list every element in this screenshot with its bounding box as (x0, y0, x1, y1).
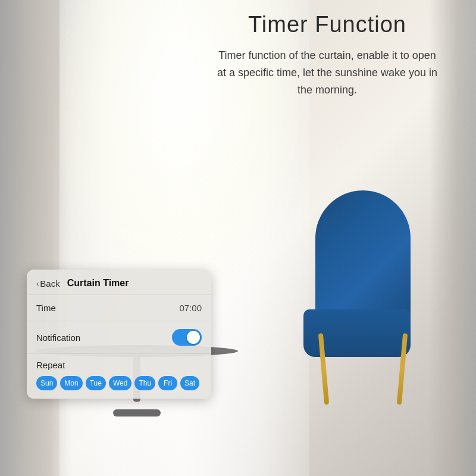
time-row: Time 07:00 (27, 295, 211, 321)
back-chevron-icon: ‹ (36, 279, 39, 288)
day-pill-tue[interactable]: Tue (86, 376, 106, 390)
panel-title: Curtain Timer (67, 278, 129, 289)
day-pill-mon[interactable]: Mon (60, 376, 82, 390)
day-pill-thu[interactable]: Thu (134, 376, 155, 390)
panel-header: ‹ Back Curtain Timer (27, 270, 211, 295)
page-title: Timer Function (214, 12, 440, 37)
time-label: Time (36, 303, 56, 313)
day-pill-sat[interactable]: Sat (180, 376, 199, 390)
notification-label: Notification (36, 333, 80, 343)
time-value[interactable]: 07:00 (179, 303, 202, 313)
repeat-label: Repeat (36, 360, 202, 370)
notification-row: Notification (27, 321, 211, 354)
page-subtitle: Timer function of the curtain, enable it… (214, 47, 440, 98)
back-label: Back (40, 278, 60, 289)
chair (298, 190, 428, 405)
title-section: Timer Function Timer function of the cur… (214, 12, 440, 98)
table-base (113, 409, 161, 416)
back-button[interactable]: ‹ Back (36, 278, 60, 289)
days-row: SunMonTueWedThuFriSat (36, 376, 202, 390)
day-pill-wed[interactable]: Wed (109, 376, 131, 390)
toggle-knob (187, 331, 200, 344)
repeat-section: Repeat SunMonTueWedThuFriSat (27, 354, 211, 399)
day-pill-fri[interactable]: Fri (158, 376, 177, 390)
notification-toggle[interactable] (172, 329, 202, 346)
phone-panel: ‹ Back Curtain Timer Time 07:00 Notifica… (27, 270, 211, 399)
day-pill-sun[interactable]: Sun (36, 376, 57, 390)
